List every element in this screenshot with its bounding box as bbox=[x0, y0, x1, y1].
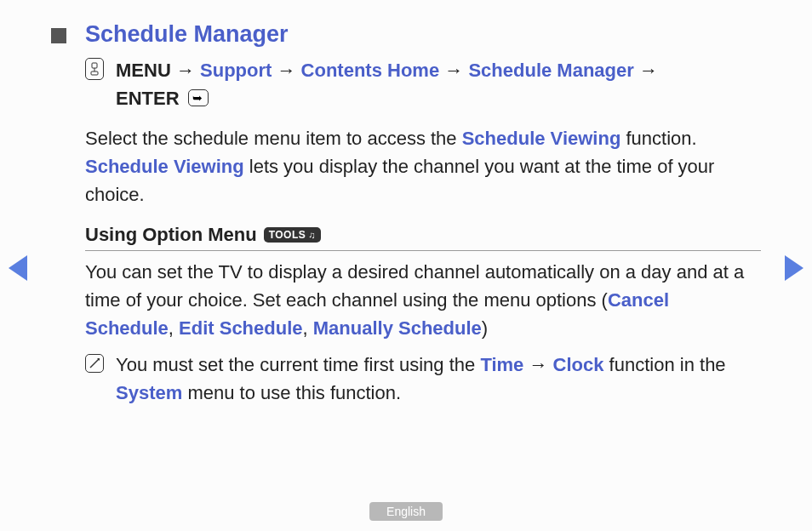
page-content: Schedule Manager MENU → Support → Conten… bbox=[51, 21, 761, 407]
menu-label: MENU bbox=[116, 60, 171, 81]
link-schedule-viewing: Schedule Viewing bbox=[462, 128, 621, 149]
remote-menu-icon bbox=[85, 58, 104, 80]
option-menu-heading: Using Option Menu TOOLS♫ bbox=[85, 224, 761, 251]
svg-line-3 bbox=[90, 359, 99, 368]
title-row: Schedule Manager bbox=[51, 21, 761, 48]
menu-path-text: MENU → Support → Contents Home → Schedul… bbox=[116, 56, 658, 112]
path-contents-home: Contents Home bbox=[301, 60, 440, 81]
enter-icon: ➥ bbox=[188, 89, 209, 106]
link-time: Time bbox=[480, 354, 523, 375]
prev-page-arrow[interactable] bbox=[9, 255, 27, 281]
svg-rect-2 bbox=[91, 71, 98, 75]
bullet-icon bbox=[51, 28, 66, 43]
link-edit-schedule: Edit Schedule bbox=[179, 317, 302, 339]
enter-label: ENTER bbox=[116, 88, 180, 109]
note-text: You must set the current time first usin… bbox=[116, 351, 761, 407]
link-clock: Clock bbox=[553, 354, 604, 375]
menu-path-row: MENU → Support → Contents Home → Schedul… bbox=[85, 56, 761, 112]
option-paragraph: You can set the TV to display a desired … bbox=[85, 258, 761, 342]
tools-icon: TOOLS♫ bbox=[264, 227, 321, 243]
link-system: System bbox=[116, 382, 182, 403]
next-page-arrow[interactable] bbox=[785, 255, 803, 281]
note-row: You must set the current time first usin… bbox=[85, 351, 761, 407]
intro-paragraph: Select the schedule menu item to access … bbox=[85, 124, 761, 208]
svg-rect-0 bbox=[92, 63, 97, 68]
link-manually-schedule: Manually Schedule bbox=[313, 317, 482, 339]
path-support: Support bbox=[200, 60, 272, 81]
link-schedule-viewing-2: Schedule Viewing bbox=[85, 156, 244, 177]
note-icon bbox=[85, 354, 104, 373]
path-schedule-manager: Schedule Manager bbox=[468, 60, 633, 81]
language-badge: English bbox=[369, 502, 443, 521]
page-title: Schedule Manager bbox=[85, 21, 289, 48]
